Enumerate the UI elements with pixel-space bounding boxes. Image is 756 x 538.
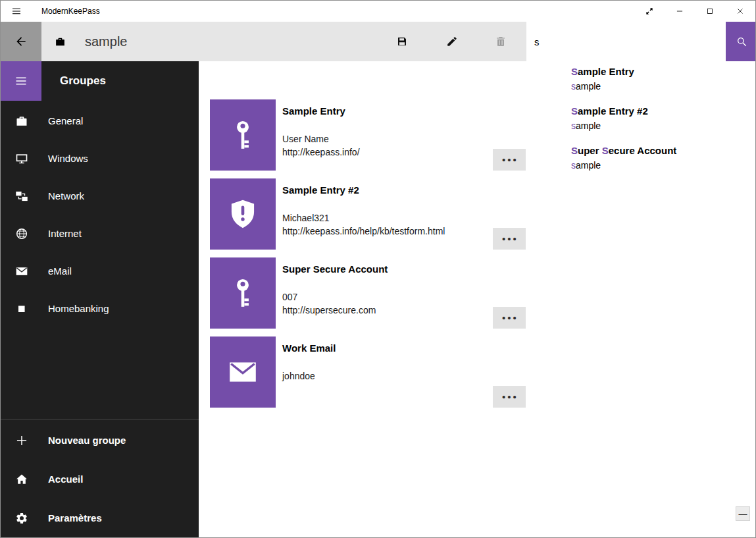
- entry-info: Work Email johndoe: [276, 336, 336, 408]
- suggestion-title: Sample Entry: [571, 65, 749, 78]
- close-icon: [736, 7, 745, 16]
- search-input[interactable]: [526, 22, 726, 61]
- suggestion-subtitle: sample: [571, 119, 749, 132]
- sidebar-item-email[interactable]: eMail: [1, 252, 199, 290]
- search-button[interactable]: [726, 22, 756, 61]
- commandbar: sample: [1, 22, 755, 61]
- entry-url: http://supersecure.com: [282, 304, 388, 317]
- database-icon-wrap: [55, 22, 66, 61]
- home-icon: [15, 473, 28, 486]
- entry-username: Michael321: [282, 211, 445, 225]
- entry-title: Sample Entry #2: [282, 184, 445, 197]
- sidebar-item-windows[interactable]: Windows: [1, 140, 199, 177]
- shield-alert-icon: [226, 198, 259, 230]
- app-title: ModernKeePass: [41, 7, 100, 16]
- zoom-out-button[interactable]: —: [736, 506, 750, 521]
- fullscreen-icon: [645, 7, 654, 16]
- entry-tile: [210, 178, 276, 250]
- entry-row[interactable]: Work Email johndoe •••: [210, 336, 537, 408]
- sidebar-hamburger-button[interactable]: [1, 61, 41, 101]
- maximize-icon: [705, 7, 715, 16]
- sidebar-actions: Nouveau groupe Accueil Paramètres: [1, 421, 199, 537]
- monitor-icon: [15, 152, 28, 165]
- delete-icon: [495, 36, 507, 47]
- hamburger-icon: [11, 6, 22, 16]
- entry-info: Super Secure Account 007 http://supersec…: [276, 257, 388, 329]
- sidebar-action-nouveau-groupe[interactable]: Nouveau groupe: [1, 421, 199, 460]
- save-button[interactable]: [386, 22, 418, 61]
- sidebar-item-network[interactable]: Network: [1, 177, 199, 215]
- sidebar-action-paramètres[interactable]: Paramètres: [1, 498, 199, 537]
- sidebar-action-accueil[interactable]: Accueil: [1, 460, 199, 498]
- entry-username: 007: [282, 290, 388, 304]
- back-arrow-icon: [14, 35, 28, 48]
- suggestion-title: Super Secure Account: [571, 144, 749, 157]
- globe-icon: [15, 227, 28, 240]
- minimize-icon: [675, 7, 684, 16]
- sidebar-item-general[interactable]: General: [1, 102, 199, 140]
- back-button[interactable]: [1, 22, 41, 61]
- titlebar: ModernKeePass: [1, 1, 755, 22]
- sidebar-item-homebanking[interactable]: Homebanking: [1, 290, 199, 327]
- minimize-button[interactable]: [665, 1, 695, 22]
- plus-icon: [15, 434, 28, 447]
- edit-button[interactable]: [436, 22, 468, 61]
- fullscreen-button[interactable]: [634, 1, 665, 22]
- entry-title: Work Email: [282, 342, 336, 355]
- entry-url: http://keepass.info/help/kb/testform.htm…: [282, 225, 445, 238]
- database-name: sample: [85, 22, 127, 61]
- titlebar-menu-button[interactable]: [1, 1, 32, 22]
- entry-tile: [210, 336, 276, 408]
- search-suggestions: Sample Entry sample Sample Entry #2 samp…: [526, 61, 756, 180]
- app-window: ModernKeePass sample: [0, 0, 756, 538]
- square-icon: [15, 302, 28, 315]
- entry-more-button[interactable]: •••: [493, 386, 526, 408]
- maximize-button[interactable]: [695, 1, 725, 22]
- entry-title: Super Secure Account: [282, 263, 388, 276]
- entry-tile: [210, 257, 276, 329]
- entry-more-button[interactable]: •••: [493, 228, 526, 250]
- mail-icon: [15, 265, 28, 278]
- entry-info: Sample Entry User Name http://keepass.in…: [276, 99, 360, 171]
- entry-url: http://keepass.info/: [282, 146, 360, 159]
- entry-row[interactable]: Super Secure Account 007 http://supersec…: [210, 257, 537, 329]
- key-icon: [226, 277, 259, 309]
- delete-button[interactable]: [485, 22, 517, 61]
- key-icon: [226, 119, 259, 151]
- entry-more-button[interactable]: •••: [493, 307, 526, 329]
- entry-tile: [210, 99, 276, 171]
- suggestion-subtitle: sample: [571, 80, 749, 93]
- network-icon: [15, 190, 28, 203]
- zoom-out-label: —: [739, 509, 747, 519]
- entry-info: Sample Entry #2 Michael321 http://keepas…: [276, 178, 445, 250]
- briefcase-icon: [55, 36, 66, 47]
- gear-icon: [15, 512, 28, 525]
- suggestion-item[interactable]: Super Secure Account sample: [526, 140, 756, 180]
- entry-row[interactable]: Sample Entry #2 Michael321 http://keepas…: [210, 178, 537, 250]
- edit-icon: [446, 36, 458, 47]
- envelope-icon: [226, 356, 259, 389]
- suggestion-title: Sample Entry #2: [571, 105, 749, 118]
- save-icon: [396, 36, 408, 47]
- suggestion-subtitle: sample: [571, 159, 749, 172]
- suggestion-item[interactable]: Sample Entry #2 sample: [526, 101, 756, 140]
- search-icon: [736, 36, 747, 47]
- entry-title: Sample Entry: [282, 105, 360, 118]
- entry-username: User Name: [282, 132, 360, 146]
- entry-username: johndoe: [282, 369, 336, 383]
- entry-row[interactable]: Sample Entry User Name http://keepass.in…: [210, 99, 537, 171]
- group-list: General Windows Network Internet eMail H…: [1, 102, 199, 327]
- sidebar-item-internet[interactable]: Internet: [1, 215, 199, 252]
- suggestion-item[interactable]: Sample Entry sample: [526, 61, 756, 101]
- sidebar: Groupes General Windows Network Internet…: [1, 61, 199, 537]
- hamburger-icon: [14, 74, 28, 88]
- close-button[interactable]: [725, 1, 755, 22]
- sidebar-divider: [1, 419, 199, 419]
- briefcase-icon: [15, 115, 28, 128]
- entry-more-button[interactable]: •••: [493, 149, 526, 171]
- sidebar-heading: Groupes: [60, 61, 106, 101]
- window-controls: [634, 1, 755, 22]
